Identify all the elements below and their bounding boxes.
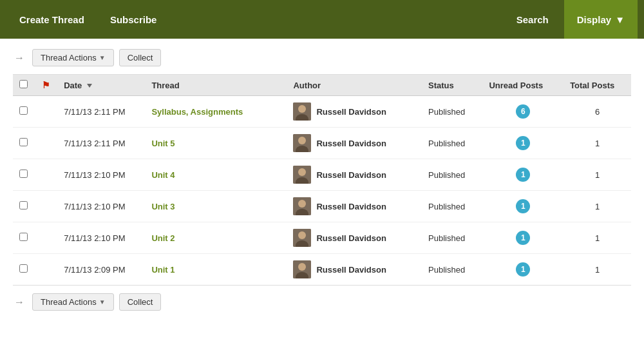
row-status: Published — [422, 128, 482, 159]
header-flag-col: ⚑ — [35, 75, 58, 96]
author-name: Russell Davidson — [316, 139, 386, 148]
row-author: Russell Davidson — [287, 96, 422, 128]
collect-button-bottom[interactable]: Collect — [119, 293, 162, 311]
unread-count-badge: 1 — [516, 231, 530, 245]
row-checkbox[interactable] — [19, 138, 28, 146]
status-badge: Published — [428, 107, 465, 117]
thread-actions-label: Thread Actions — [41, 53, 97, 63]
row-unread: 1 — [482, 191, 564, 222]
unread-posts-label: Unread Posts — [489, 81, 543, 90]
row-unread: 1 — [482, 254, 564, 286]
row-checkbox[interactable] — [19, 106, 28, 115]
unread-count-badge: 1 — [516, 262, 530, 277]
author-name: Russell Davidson — [316, 233, 386, 243]
status-label: Status — [428, 81, 454, 90]
row-status: Published — [422, 96, 482, 128]
row-flag-cell — [35, 128, 58, 159]
create-thread-button[interactable]: Create Thread — [6, 0, 97, 39]
row-author: Russell Davidson — [287, 222, 422, 254]
status-badge: Published — [428, 265, 465, 275]
row-checkbox[interactable] — [19, 170, 28, 178]
row-status: Published — [422, 222, 482, 254]
display-caret-icon: ▼ — [615, 14, 625, 25]
row-unread: 1 — [482, 128, 564, 159]
avatar — [293, 260, 311, 278]
row-flag-cell — [35, 159, 58, 191]
thread-link[interactable]: Unit 2 — [151, 233, 175, 243]
table-row: 7/11/13 2:11 PM Unit 5 Russell Davidson … — [13, 128, 631, 159]
thread-actions-caret-icon-bottom: ▼ — [99, 298, 106, 306]
row-author: Russell Davidson — [287, 128, 422, 159]
author-name: Russell Davidson — [316, 107, 386, 117]
thread-link[interactable]: Unit 3 — [151, 202, 175, 211]
row-checkbox-cell — [13, 254, 35, 286]
table-body: 7/11/13 2:11 PM Syllabus, Assignments Ru… — [13, 96, 631, 286]
row-date: 7/11/13 2:10 PM — [57, 222, 145, 254]
collect-button-top[interactable]: Collect — [119, 49, 162, 66]
row-flag-cell — [35, 222, 58, 254]
top-toolbar: → Thread Actions ▼ Collect — [13, 49, 631, 66]
row-total: 1 — [564, 128, 631, 159]
author-label: Author — [293, 81, 321, 90]
table-row: 7/11/13 2:11 PM Syllabus, Assignments Ru… — [13, 96, 631, 128]
search-button[interactable]: Search — [501, 0, 564, 39]
avatar — [293, 197, 311, 215]
row-date: 7/11/13 2:11 PM — [57, 128, 145, 159]
row-thread: Unit 5 — [145, 128, 287, 159]
main-content: → Thread Actions ▼ Collect ⚑ Date Thr — [0, 39, 644, 321]
display-label: Display — [577, 14, 611, 25]
row-thread: Unit 1 — [145, 254, 287, 286]
bottom-toolbar: → Thread Actions ▼ Collect — [13, 293, 631, 311]
author-name: Russell Davidson — [316, 202, 386, 211]
unread-count-badge: 1 — [516, 168, 530, 182]
select-all-checkbox[interactable] — [19, 80, 28, 88]
row-date: 7/11/13 2:09 PM — [57, 254, 145, 286]
row-author: Russell Davidson — [287, 159, 422, 191]
row-total: 1 — [564, 191, 631, 222]
row-flag-cell — [35, 191, 58, 222]
row-thread: Syllabus, Assignments — [145, 96, 287, 128]
row-checkbox-cell — [13, 96, 35, 128]
header-unread-posts: Unread Posts — [482, 75, 564, 96]
date-sort-icon — [87, 84, 92, 88]
avatar — [293, 134, 311, 152]
header-checkbox-col — [13, 75, 35, 96]
row-flag-cell — [35, 96, 58, 128]
thread-actions-label-bottom: Thread Actions — [41, 297, 97, 307]
table-header-row: ⚑ Date Thread Author Status Unread Posts — [13, 75, 631, 96]
row-checkbox[interactable] — [19, 264, 28, 273]
header-total-posts: Total Posts — [564, 75, 631, 96]
thread-link[interactable]: Unit 1 — [151, 265, 175, 275]
row-checkbox-cell — [13, 128, 35, 159]
row-checkbox[interactable] — [19, 201, 28, 209]
unread-count-badge: 6 — [516, 104, 530, 119]
display-button[interactable]: Display ▼ — [564, 0, 638, 39]
author-name: Russell Davidson — [316, 170, 386, 180]
row-thread: Unit 4 — [145, 159, 287, 191]
row-date: 7/11/13 2:10 PM — [57, 159, 145, 191]
row-date: 7/11/13 2:10 PM — [57, 191, 145, 222]
row-thread: Unit 3 — [145, 191, 287, 222]
thread-actions-caret-icon: ▼ — [99, 54, 106, 61]
thread-link[interactable]: Unit 5 — [151, 139, 175, 148]
thread-actions-button-bottom[interactable]: Thread Actions ▼ — [32, 293, 114, 311]
flag-header-icon: ⚑ — [42, 80, 50, 90]
thread-actions-button[interactable]: Thread Actions ▼ — [32, 49, 114, 66]
row-checkbox[interactable] — [19, 233, 28, 241]
avatar — [293, 166, 311, 184]
author-name: Russell Davidson — [316, 265, 386, 275]
row-total: 1 — [564, 222, 631, 254]
table-row: 7/11/13 2:10 PM Unit 2 Russell Davidson … — [13, 222, 631, 254]
thread-link[interactable]: Syllabus, Assignments — [151, 107, 243, 117]
status-badge: Published — [428, 139, 465, 148]
header-date[interactable]: Date — [57, 75, 145, 96]
table-row: 7/11/13 2:10 PM Unit 4 Russell Davidson … — [13, 159, 631, 191]
thread-link[interactable]: Unit 4 — [151, 170, 175, 180]
row-author: Russell Davidson — [287, 254, 422, 286]
header-status: Status — [422, 75, 482, 96]
svg-point-16 — [298, 263, 306, 271]
row-total: 1 — [564, 254, 631, 286]
row-status: Published — [422, 254, 482, 286]
row-total: 6 — [564, 96, 631, 128]
subscribe-button[interactable]: Subscribe — [97, 0, 170, 39]
